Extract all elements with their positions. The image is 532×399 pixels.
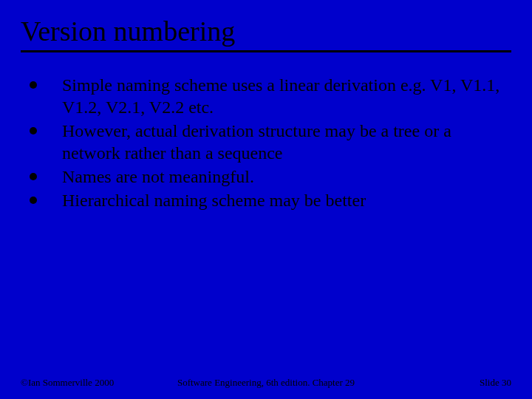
footer-left: ©Ian Sommerville 2000 — [21, 377, 114, 389]
bullet-text: Simple naming scheme uses a linear deriv… — [62, 74, 510, 118]
slide-body: Simple naming scheme uses a linear deriv… — [30, 74, 510, 213]
bullet-text: Hierarchical naming scheme may be better — [62, 189, 510, 211]
slide-title: Version numbering — [21, 16, 511, 52]
footer-right: Slide 30 — [480, 377, 511, 389]
footer: ©Ian Sommerville 2000 Slide 30 — [21, 377, 511, 389]
bullet-text: Names are not meaningful. — [62, 166, 510, 188]
list-item: Hierarchical naming scheme may be better — [30, 189, 510, 211]
bullet-icon — [30, 127, 37, 134]
list-item: Names are not meaningful. — [30, 166, 510, 188]
bullet-icon — [30, 173, 37, 180]
list-item: Simple naming scheme uses a linear deriv… — [30, 74, 510, 118]
list-item: However, actual derivation structure may… — [30, 120, 510, 164]
bullet-text: However, actual derivation structure may… — [62, 120, 510, 164]
slide: Version numbering Simple naming scheme u… — [0, 0, 532, 399]
bullet-icon — [30, 81, 37, 89]
bullet-icon — [30, 197, 37, 204]
